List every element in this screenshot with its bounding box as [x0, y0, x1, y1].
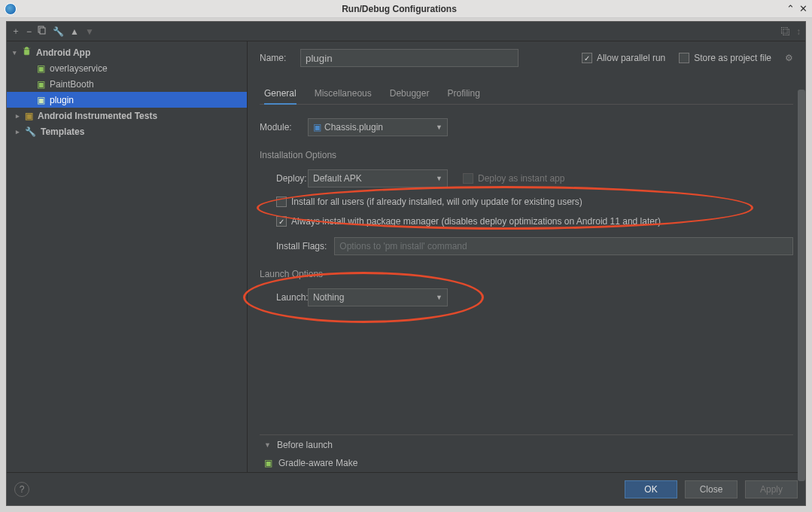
android-icon: ▣: [37, 79, 45, 90]
dialog: ＋ − 🔧 ▲ ▼ ⿻ ↕ ▾ Android App ▣ overlayser…: [6, 21, 806, 506]
tab-bar: General Miscellaneous Debugger Profiling: [260, 84, 793, 105]
apply-button[interactable]: Apply: [745, 480, 798, 498]
before-launch-item[interactable]: ▣ Gradle-aware Make: [260, 454, 793, 472]
checkbox-label: Allow parallel run: [597, 53, 665, 63]
tree-group-android-app[interactable]: ▾ Android App: [7, 44, 247, 60]
scrollbar[interactable]: [798, 41, 805, 472]
install-flags-label: Install Flags:: [276, 241, 327, 251]
config-toolbar: ＋ − 🔧 ▲ ▼ ⿻ ↕: [7, 22, 805, 41]
install-all-users-checkbox[interactable]: Install for all users (if already instal…: [276, 197, 582, 207]
name-input[interactable]: [300, 49, 519, 67]
close-button[interactable]: Close: [685, 480, 737, 498]
module-icon: ▣: [313, 122, 321, 133]
launch-label: Launch:: [260, 292, 308, 303]
deploy-instant-checkbox[interactable]: Deploy as instant app: [463, 173, 564, 184]
combo-value: Default APK: [313, 173, 362, 184]
checkbox-icon: [463, 173, 473, 184]
checkbox-label: Install for all users (if already instal…: [291, 197, 582, 207]
gear-icon[interactable]: ⚙: [785, 53, 793, 63]
checkbox-label: Store as project file: [694, 53, 771, 63]
module-combo[interactable]: ▣ Chassis.plugin ▼: [308, 118, 448, 136]
tree-label: plugin: [50, 95, 74, 105]
dialog-footer: ? OK Close Apply: [7, 472, 805, 505]
module-label: Module:: [260, 122, 308, 133]
android-icon: [22, 47, 32, 59]
android-icon: ▣: [37, 63, 45, 74]
install-options-title: Installation Options: [260, 150, 793, 160]
checkbox-icon: [679, 53, 689, 63]
combo-value: Nothing: [313, 292, 344, 303]
app-icon: [5, 3, 17, 15]
checkbox-checked-icon: [582, 53, 592, 63]
tree-label: Android App: [36, 47, 90, 58]
placeholder-text: Options to 'pm install' command: [339, 241, 467, 251]
move-up-icon[interactable]: ▲: [70, 26, 79, 37]
before-launch-title: Before launch: [277, 440, 333, 450]
help-icon[interactable]: ?: [14, 482, 29, 497]
window-title: Run/Debug Configurations: [17, 4, 782, 14]
copy-config-icon[interactable]: [38, 26, 47, 37]
config-panel: Name: Allow parallel run Store as projec…: [248, 41, 805, 472]
wrench-icon[interactable]: 🔧: [53, 26, 64, 37]
tree-item-plugin[interactable]: ▣ plugin: [7, 92, 247, 108]
config-tree: ▾ Android App ▣ overlayservice ▣ PaintBo…: [7, 41, 248, 472]
sort-icon[interactable]: ↕: [796, 26, 801, 37]
remove-config-icon[interactable]: −: [26, 26, 32, 37]
wrench-icon: 🔧: [25, 126, 36, 137]
tree-label: PaintBooth: [50, 79, 94, 90]
name-label: Name:: [260, 53, 290, 63]
install-flags-input[interactable]: Options to 'pm install' command: [334, 237, 793, 255]
ok-button[interactable]: OK: [625, 480, 677, 498]
tab-miscellaneous[interactable]: Miscellaneous: [315, 84, 372, 104]
checkbox-icon: [276, 197, 287, 207]
tab-debugger[interactable]: Debugger: [390, 84, 430, 104]
launch-options-title: Launch Options: [260, 269, 793, 279]
chevron-down-icon[interactable]: ▼: [264, 441, 271, 449]
move-down-icon[interactable]: ▼: [85, 26, 94, 37]
window-minimize-icon[interactable]: ⌃: [786, 3, 795, 14]
tree-label: Android Instrumented Tests: [38, 111, 157, 121]
tree-item-paintbooth[interactable]: ▣ PaintBooth: [7, 76, 247, 92]
checkbox-label: Always install with package manager (dis…: [291, 216, 661, 227]
combo-value: Chassis.plugin: [324, 122, 383, 133]
svg-rect-1: [40, 28, 45, 34]
checkbox-label: Deploy as instant app: [478, 173, 564, 184]
add-config-icon[interactable]: ＋: [11, 25, 20, 38]
chevron-down-icon: ▼: [436, 123, 442, 131]
allow-parallel-checkbox[interactable]: Allow parallel run: [582, 53, 665, 63]
chevron-right-icon[interactable]: ▸: [13, 112, 22, 120]
chevron-down-icon: ▼: [436, 175, 442, 182]
tree-label: Templates: [41, 126, 84, 137]
always-install-pm-checkbox[interactable]: Always install with package manager (dis…: [276, 216, 661, 227]
tab-profiling[interactable]: Profiling: [447, 84, 479, 104]
window-close-icon[interactable]: ✕: [799, 3, 807, 14]
tree-group-instrumented[interactable]: ▸ ▣ Android Instrumented Tests: [7, 108, 247, 123]
tree-label: overlayservice: [50, 63, 108, 74]
launch-combo[interactable]: Nothing ▼: [308, 288, 448, 306]
deploy-label: Deploy:: [260, 173, 308, 184]
store-project-checkbox[interactable]: Store as project file: [679, 53, 771, 63]
chevron-down-icon[interactable]: ▾: [10, 49, 19, 56]
gradle-icon: ▣: [264, 458, 272, 468]
deploy-combo[interactable]: Default APK ▼: [308, 169, 448, 187]
android-test-icon: ▣: [25, 111, 33, 121]
checkbox-checked-icon: [276, 216, 287, 227]
scrollbar-thumb[interactable]: [798, 90, 805, 481]
android-icon: ▣: [37, 95, 45, 105]
chevron-right-icon[interactable]: ▸: [13, 128, 22, 136]
titlebar: Run/Debug Configurations ⌃ ✕: [0, 0, 812, 18]
chevron-down-icon: ▼: [436, 294, 442, 301]
tree-item-overlayservice[interactable]: ▣ overlayservice: [7, 60, 247, 76]
tree-group-templates[interactable]: ▸ 🔧 Templates: [7, 123, 247, 139]
folder-move-icon[interactable]: ⿻: [781, 26, 790, 37]
tab-general[interactable]: General: [264, 84, 297, 105]
before-launch-item-label: Gradle-aware Make: [278, 458, 357, 468]
